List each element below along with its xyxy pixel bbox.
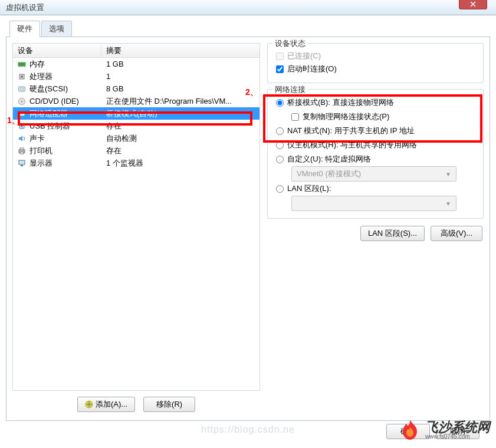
lan-segment-combo[interactable]: ▼ bbox=[291, 196, 456, 211]
vm-settings-window: 虚拟机设置 硬件 选项 设备 摘要 内存1 GB处理器1硬盘(SCSI)8 GB… bbox=[0, 0, 496, 448]
device-row-hdd[interactable]: 硬盘(SCSI)8 GB bbox=[13, 83, 260, 95]
cpu-icon bbox=[17, 73, 27, 81]
device-summary: 存在 bbox=[101, 146, 260, 156]
device-name: CD/DVD (IDE) bbox=[29, 97, 101, 106]
svg-rect-18 bbox=[20, 152, 24, 154]
svg-rect-1 bbox=[19, 66, 19, 67]
device-summary: 自动检测 bbox=[101, 133, 260, 144]
chevron-down-icon: ▼ bbox=[445, 200, 451, 207]
lan-segment-button[interactable]: LAN 区段(S)... bbox=[360, 226, 425, 241]
svg-rect-13 bbox=[22, 111, 24, 113]
device-name: 处理器 bbox=[29, 71, 101, 82]
device-row-printer[interactable]: 打印机存在 bbox=[13, 144, 260, 157]
device-name: 声卡 bbox=[29, 133, 101, 144]
device-summary: 1 个监视器 bbox=[101, 158, 260, 169]
device-name: 打印机 bbox=[29, 146, 101, 156]
close-button[interactable] bbox=[459, 0, 487, 9]
hostonly-radio[interactable]: 仅主机模式(H): 与主机共享的专用网络 bbox=[276, 138, 475, 152]
connect-poweron-checkbox[interactable]: 启动时连接(O) bbox=[276, 62, 475, 75]
device-summary: 桥接模式(自动) bbox=[101, 108, 260, 119]
hostonly-input[interactable] bbox=[276, 141, 284, 149]
device-row-display[interactable]: 显示器1 个监视器 bbox=[13, 157, 260, 169]
custom-radio[interactable]: 自定义(U): 特定虚拟网络 bbox=[276, 152, 475, 166]
device-summary: 存在 bbox=[101, 121, 260, 131]
device-name: 显示器 bbox=[29, 158, 101, 169]
col-device: 设备 bbox=[13, 45, 101, 56]
right-action-buttons: LAN 区段(S)... 高级(V)... bbox=[267, 226, 484, 241]
usb-icon bbox=[17, 122, 27, 130]
svg-point-8 bbox=[21, 87, 23, 90]
nat-input[interactable] bbox=[276, 127, 284, 135]
device-state-group: 设备状态 已连接(C) 启动时连接(O) bbox=[267, 43, 484, 83]
lan-radio[interactable]: LAN 区段(L): bbox=[276, 182, 475, 196]
device-header: 设备 摘要 bbox=[13, 44, 260, 58]
memory-icon bbox=[17, 60, 27, 68]
device-row-cpu[interactable]: 处理器1 bbox=[13, 70, 260, 83]
device-name: 内存 bbox=[29, 59, 101, 70]
connected-input[interactable] bbox=[276, 52, 284, 60]
shield-icon bbox=[85, 400, 93, 409]
svg-rect-6 bbox=[21, 75, 23, 78]
hdd-icon bbox=[17, 85, 27, 93]
bridged-input[interactable] bbox=[276, 99, 284, 107]
device-row-memory[interactable]: 内存1 GB bbox=[13, 58, 260, 70]
device-summary: 1 GB bbox=[101, 60, 260, 68]
device-row-cd[interactable]: CD/DVD (IDE)正在使用文件 D:\Program Files\VM..… bbox=[13, 95, 260, 107]
sound-icon bbox=[17, 134, 27, 143]
close-icon bbox=[470, 1, 476, 7]
svg-rect-0 bbox=[18, 62, 25, 66]
device-name: 硬盘(SCSI) bbox=[29, 84, 101, 94]
svg-point-15 bbox=[21, 125, 23, 127]
lan-input[interactable] bbox=[276, 185, 284, 193]
network-connection-group: 网络连接 桥接模式(B): 直接连接物理网络 复制物理网络连接状态(P) NAT… bbox=[267, 89, 484, 219]
svg-rect-20 bbox=[21, 165, 23, 166]
device-summary: 1 bbox=[101, 72, 260, 81]
tab-options[interactable]: 选项 bbox=[41, 21, 72, 37]
dialog-button-bar: 确定 取消 bbox=[6, 421, 490, 442]
svg-rect-19 bbox=[19, 160, 25, 164]
replicate-checkbox[interactable]: 复制物理网络连接状态(P) bbox=[276, 110, 475, 124]
replicate-input[interactable] bbox=[291, 113, 299, 121]
device-summary: 8 GB bbox=[101, 84, 260, 93]
window-title: 虚拟机设置 bbox=[6, 2, 44, 13]
connected-checkbox[interactable]: 已连接(C) bbox=[276, 50, 475, 62]
tab-row: 硬件 选项 bbox=[6, 21, 490, 37]
right-pane: 设备状态 已连接(C) 启动时连接(O) 网络连接 桥接模式(B): 直接连接物 bbox=[267, 43, 484, 414]
device-rows: 内存1 GB处理器1硬盘(SCSI)8 GBCD/DVD (IDE)正在使用文件… bbox=[13, 58, 260, 169]
bridged-radio[interactable]: 桥接模式(B): 直接连接物理网络 bbox=[276, 95, 475, 110]
left-pane: 设备 摘要 内存1 GB处理器1硬盘(SCSI)8 GBCD/DVD (IDE)… bbox=[12, 43, 260, 414]
custom-input[interactable] bbox=[276, 156, 284, 163]
advanced-button[interactable]: 高级(V)... bbox=[431, 226, 482, 241]
device-row-net[interactable]: 网络适配器桥接模式(自动) bbox=[13, 107, 260, 120]
connect-poweron-input[interactable] bbox=[276, 65, 284, 73]
device-name: USB 控制器 bbox=[29, 121, 101, 131]
svg-rect-12 bbox=[20, 111, 21, 113]
network-legend: 网络连接 bbox=[272, 84, 308, 95]
device-row-sound[interactable]: 声卡自动检测 bbox=[13, 132, 260, 144]
tab-hardware[interactable]: 硬件 bbox=[9, 21, 40, 37]
titlebar: 虚拟机设置 bbox=[0, 0, 496, 15]
cd-icon bbox=[17, 97, 27, 106]
cancel-button[interactable]: 取消 bbox=[436, 424, 479, 439]
svg-rect-3 bbox=[22, 66, 23, 67]
device-summary: 正在使用文件 D:\Program Files\VM... bbox=[101, 96, 260, 107]
net-icon bbox=[17, 110, 27, 118]
left-button-row: 添加(A)... 移除(R) bbox=[12, 391, 260, 414]
vmnet-combo[interactable]: VMnet0 (桥接模式) ▼ bbox=[291, 166, 456, 182]
tab-content: 设备 摘要 内存1 GB处理器1硬盘(SCSI)8 GBCD/DVD (IDE)… bbox=[6, 37, 490, 421]
chevron-down-icon: ▼ bbox=[445, 171, 451, 177]
device-row-usb[interactable]: USB 控制器存在 bbox=[13, 120, 260, 132]
svg-rect-17 bbox=[20, 148, 24, 150]
device-state-legend: 设备状态 bbox=[272, 38, 308, 49]
svg-rect-2 bbox=[21, 66, 21, 67]
add-button[interactable]: 添加(A)... bbox=[77, 397, 135, 412]
device-name: 网络适配器 bbox=[29, 108, 101, 119]
remove-button[interactable]: 移除(R) bbox=[143, 397, 195, 412]
display-icon bbox=[17, 159, 27, 167]
ok-button[interactable]: 确定 bbox=[386, 424, 430, 439]
nat-radio[interactable]: NAT 模式(N): 用于共享主机的 IP 地址 bbox=[276, 124, 475, 138]
dialog-body: 硬件 选项 设备 摘要 内存1 GB处理器1硬盘(SCSI)8 GBCD/DVD… bbox=[0, 15, 496, 448]
device-table: 设备 摘要 内存1 GB处理器1硬盘(SCSI)8 GBCD/DVD (IDE)… bbox=[12, 43, 260, 391]
svg-rect-4 bbox=[24, 66, 25, 67]
svg-point-10 bbox=[21, 100, 23, 102]
